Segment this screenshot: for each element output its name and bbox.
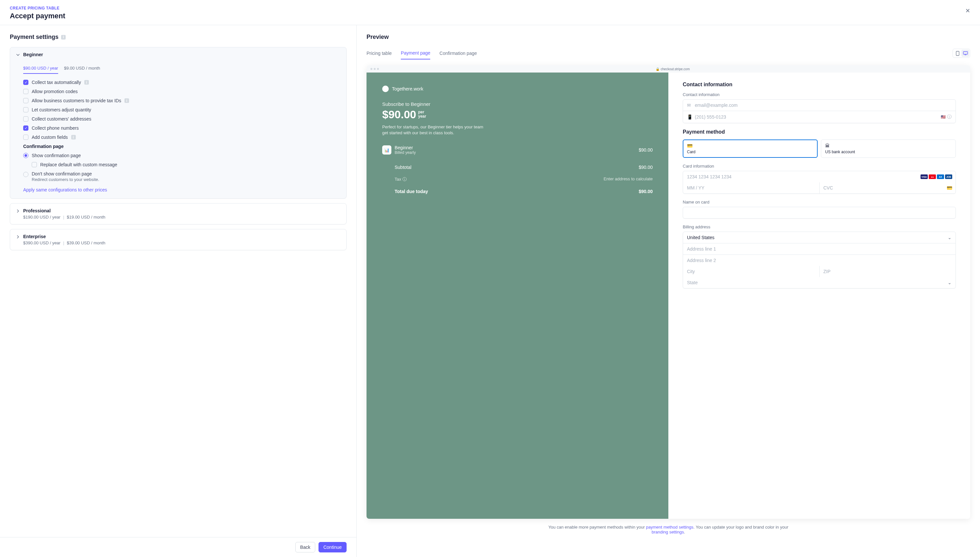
radio-hide-label: Don't show confirmation page bbox=[32, 171, 99, 176]
cvc-field[interactable] bbox=[824, 185, 952, 191]
preview-tabs: Pricing table Payment page Confirmation … bbox=[366, 47, 970, 59]
total-amount: $90.00 bbox=[639, 189, 653, 194]
checkbox-qty[interactable] bbox=[23, 107, 28, 112]
page-header: CREATE PRICING TABLE Accept payment ✕ bbox=[0, 0, 980, 25]
method-card[interactable]: 💳 Card bbox=[683, 140, 818, 158]
info-icon[interactable]: ⓘ bbox=[947, 114, 952, 120]
line-item-amount: $90.00 bbox=[639, 147, 653, 153]
phone-icon: 📱 bbox=[687, 114, 692, 120]
checkbox-biz-tax[interactable] bbox=[23, 98, 28, 103]
flag-icon: 🇺🇸 bbox=[941, 115, 946, 119]
merchant-name: Togethere.work bbox=[392, 86, 423, 91]
device-toggle bbox=[952, 49, 970, 58]
bank-icon: 🏛 bbox=[825, 143, 952, 148]
browser-bar: 🔒checkout.stripe.com bbox=[366, 65, 970, 73]
chevron-down-icon bbox=[16, 53, 20, 57]
tier-enterprise-header[interactable]: Enterprise $390.00 USD / year|$39.00 USD… bbox=[10, 229, 346, 250]
checkout-summary: ◐ Togethere.work Subscribe to Beginner $… bbox=[366, 73, 668, 519]
radio-hide-confirmation[interactable] bbox=[23, 172, 28, 177]
enterprise-month-price: $39.00 USD / month bbox=[67, 241, 106, 245]
subscribe-text: Subscribe to Beginner bbox=[382, 101, 653, 107]
checkbox-phone-label: Collect phone numbers bbox=[32, 125, 79, 131]
zip-field[interactable] bbox=[824, 269, 952, 274]
method-section-title: Payment method bbox=[683, 129, 956, 135]
checkbox-biz-tax-label: Allow business customers to provide tax … bbox=[32, 98, 121, 103]
tab-payment-page[interactable]: Payment page bbox=[401, 47, 430, 59]
payment-settings-link[interactable]: payment method settings bbox=[646, 524, 693, 529]
radio-show-label: Show confirmation page bbox=[32, 153, 81, 158]
tier-beginner-name: Beginner bbox=[23, 52, 43, 57]
checkbox-custom[interactable] bbox=[23, 135, 28, 140]
contact-section-title: Contact information bbox=[683, 81, 956, 88]
page-title: Accept payment bbox=[10, 12, 970, 20]
checkbox-addr[interactable] bbox=[23, 116, 28, 122]
address1-field[interactable] bbox=[687, 246, 952, 252]
info-icon: ⓘ bbox=[402, 177, 407, 182]
settings-title-text: Payment settings bbox=[10, 34, 59, 41]
apply-configs-link[interactable]: Apply same configurations to other price… bbox=[23, 187, 107, 192]
checkbox-replace-msg-label: Replace default with custom message bbox=[40, 162, 117, 167]
price-tab-year[interactable]: $90.00 USD / year bbox=[23, 63, 58, 74]
name-label: Name on card bbox=[683, 200, 956, 205]
preview-footer-text: You can enable more payment methods with… bbox=[541, 524, 796, 534]
tab-confirmation-page[interactable]: Confirmation page bbox=[440, 47, 477, 59]
confirmation-heading: Confirmation page bbox=[23, 144, 340, 149]
chevron-right-icon bbox=[16, 209, 20, 213]
checkbox-phone[interactable]: ✓ bbox=[23, 125, 28, 131]
state-select[interactable]: State bbox=[687, 280, 952, 285]
name-field[interactable] bbox=[687, 210, 952, 215]
checkbox-tax-label: Collect tax automatically bbox=[32, 80, 81, 85]
checkbox-replace-msg[interactable] bbox=[32, 162, 37, 167]
professional-year-price: $190.00 USD / year bbox=[23, 215, 60, 220]
subtotal-label: Subtotal bbox=[395, 164, 411, 170]
info-icon[interactable]: i bbox=[124, 98, 129, 103]
price-amount: $90.00 bbox=[382, 108, 416, 121]
close-button[interactable]: ✕ bbox=[965, 7, 970, 15]
tier-professional-prices: $190.00 USD / year|$19.00 USD / month bbox=[23, 215, 105, 220]
tab-pricing-table[interactable]: Pricing table bbox=[366, 47, 392, 59]
line-item-name: Beginner bbox=[395, 145, 635, 150]
bottom-bar: Back Continue bbox=[0, 537, 357, 540]
tier-professional-header[interactable]: Professional $190.00 USD / year|$19.00 U… bbox=[10, 204, 346, 224]
phone-field[interactable] bbox=[695, 114, 941, 120]
price-tab-month[interactable]: $9.00 USD / month bbox=[64, 63, 100, 74]
price-display: $90.00 peryear bbox=[382, 108, 653, 121]
device-desktop[interactable] bbox=[961, 50, 969, 57]
address2-field[interactable] bbox=[687, 258, 952, 263]
method-bank[interactable]: 🏛 US bank account bbox=[821, 140, 956, 158]
settings-title: Payment settings i bbox=[10, 34, 347, 41]
contact-label: Contact information bbox=[683, 92, 956, 97]
expiry-field[interactable] bbox=[687, 185, 816, 191]
country-select[interactable]: United States bbox=[687, 235, 952, 240]
preview-pane: Preview Pricing table Payment page Confi… bbox=[357, 25, 980, 540]
card-brand-icons: VISA ●● AX JCB bbox=[921, 174, 952, 179]
checkbox-tax[interactable]: ✓ bbox=[23, 80, 28, 85]
tier-enterprise: Enterprise $390.00 USD / year|$39.00 USD… bbox=[10, 229, 347, 250]
checkbox-qty-label: Let customers adjust quantity bbox=[32, 107, 91, 112]
city-field[interactable] bbox=[687, 269, 816, 274]
total-label: Total due today bbox=[395, 189, 428, 194]
subtotal-amount: $90.00 bbox=[639, 164, 653, 170]
plan-description: Perfect for startups, our Beginner tier … bbox=[382, 124, 483, 136]
price-tabs: $90.00 USD / year $9.00 USD / month bbox=[23, 63, 340, 74]
tier-enterprise-name: Enterprise bbox=[23, 234, 105, 239]
merchant-logo-icon: ◐ bbox=[382, 86, 389, 92]
checkbox-custom-label: Add custom fields bbox=[32, 135, 68, 140]
preview-frame: 🔒checkout.stripe.com ◐ Togethere.work Su… bbox=[366, 65, 970, 519]
branding-settings-link[interactable]: branding settings bbox=[652, 529, 684, 534]
radio-show-confirmation[interactable] bbox=[23, 153, 28, 158]
device-mobile[interactable] bbox=[954, 50, 961, 57]
info-icon[interactable]: i bbox=[71, 135, 76, 140]
professional-month-price: $19.00 USD / month bbox=[67, 215, 106, 220]
email-field[interactable] bbox=[695, 103, 952, 108]
checkbox-promo[interactable] bbox=[23, 89, 28, 94]
info-icon[interactable]: i bbox=[61, 35, 66, 39]
line-item: 📊 Beginner Billed yearly $90.00 bbox=[382, 145, 653, 155]
lock-icon: 🔒 bbox=[656, 67, 659, 71]
tier-beginner-header[interactable]: Beginner bbox=[10, 47, 346, 63]
tier-professional-name: Professional bbox=[23, 208, 105, 213]
breadcrumb: CREATE PRICING TABLE bbox=[10, 6, 970, 10]
svg-rect-0 bbox=[956, 51, 959, 55]
card-number-field[interactable] bbox=[687, 174, 952, 179]
info-icon[interactable]: i bbox=[84, 80, 89, 85]
